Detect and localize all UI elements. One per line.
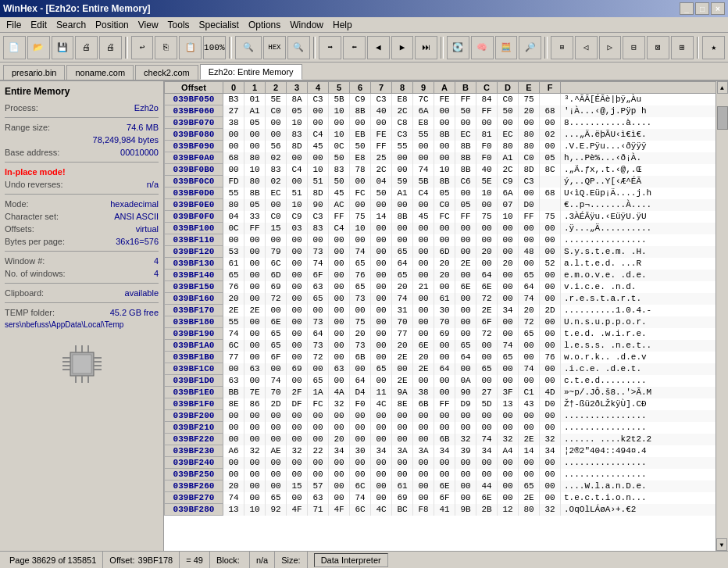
byte-cell[interactable]: 65 [371,363,392,375]
table-row[interactable]: 039BF0D0558BEC518D45FC50A1C40500106A0068… [165,188,728,199]
byte-cell[interactable]: 00 [329,305,350,316]
byte-cell[interactable]: 48 [519,246,540,258]
byte-cell[interactable]: A6 [223,445,244,457]
byte-cell[interactable]: 10 [498,211,519,223]
byte-cell[interactable]: 4F [329,504,350,516]
byte-cell[interactable]: 00 [540,422,561,434]
byte-cell[interactable]: 00 [223,410,244,422]
byte-cell[interactable]: 6E [413,340,434,352]
byte-cell[interactable]: 64 [476,270,498,281]
byte-cell[interactable]: 00 [455,316,476,328]
table-row[interactable]: 039BF1F08E862DDFFC32F04C8E6BFFD95D1343D0… [165,398,728,410]
byte-cell[interactable]: 00 [434,375,455,387]
byte-cell[interactable]: 72 [476,328,498,340]
byte-cell[interactable]: 8B [350,105,371,117]
byte-cell[interactable]: 68 [540,105,561,117]
byte-cell[interactable]: 0A [455,375,476,387]
byte-cell[interactable]: EC [498,129,519,141]
table-row[interactable]: 039BF0C0FD80020051500004595B8BC65EC9C3ý‚… [165,176,728,188]
byte-cell[interactable]: 6C [266,258,287,270]
byte-cell[interactable]: 00 [329,270,350,281]
byte-cell[interactable]: 6E [476,281,498,293]
byte-cell[interactable]: 2C [371,164,392,176]
byte-cell[interactable]: C3 [392,129,413,141]
byte-cell[interactable]: 69 [434,328,455,340]
tab-ezh2o[interactable]: Ezh2o: Entire Memory [200,64,302,80]
byte-cell[interactable]: 04 [223,211,244,223]
byte-cell[interactable]: 00 [329,410,350,422]
byte-cell[interactable]: 00 [498,223,519,234]
byte-cell[interactable]: 00 [287,492,308,504]
byte-cell[interactable]: 00 [455,363,476,375]
byte-cell[interactable]: 61 [223,258,244,270]
byte-cell[interactable]: 43 [519,398,540,410]
byte-cell[interactable]: 00 [413,457,434,469]
byte-cell[interactable]: 00 [287,152,308,164]
byte-cell[interactable]: 00 [244,328,266,340]
byte-cell[interactable]: 10 [308,164,329,176]
byte-cell[interactable]: 00 [371,410,392,422]
byte-cell[interactable]: 10 [434,164,455,176]
byte-cell[interactable]: D9 [455,398,476,410]
byte-cell[interactable]: 32 [540,434,561,445]
byte-cell[interactable]: 83 [287,129,308,141]
byte-cell[interactable]: 77 [392,328,413,340]
byte-cell[interactable]: 11 [371,387,392,398]
byte-cell[interactable]: 00 [392,199,413,211]
byte-cell[interactable]: 30 [434,305,455,316]
scrollbar[interactable]: ▲ ▼ [716,81,728,551]
byte-cell[interactable]: 74 [350,492,371,504]
byte-cell[interactable]: 2B [476,504,498,516]
byte-cell[interactable]: 20 [223,293,244,305]
byte-cell[interactable]: 00 [498,293,519,305]
byte-cell[interactable]: 32 [329,398,350,410]
byte-cell[interactable]: C3 [308,211,329,223]
byte-cell[interactable]: 90 [455,387,476,398]
byte-cell[interactable]: 45 [413,211,434,223]
table-row[interactable]: 039BF06027A1C00500108B402C6A0050FF502068… [165,105,728,117]
table-row[interactable]: 039BF21000000000000000000000000000000000… [165,422,728,434]
byte-cell[interactable]: 6B [350,352,371,363]
byte-cell[interactable]: 6F [434,492,455,504]
byte-cell[interactable]: 15 [266,223,287,234]
byte-cell[interactable]: 05 [540,152,561,164]
byte-cell[interactable]: 00 [476,422,498,434]
byte-cell[interactable]: C8 [392,117,413,129]
byte-cell[interactable]: 80 [223,199,244,211]
byte-cell[interactable]: 00 [476,469,498,480]
byte-cell[interactable]: 21 [413,281,434,293]
byte-cell[interactable]: 00 [329,422,350,434]
byte-cell[interactable]: 00 [287,410,308,422]
byte-cell[interactable]: 34 [434,445,455,457]
table-row[interactable]: 039BF2602000001557006C0061006E0044006500… [165,480,728,492]
byte-cell[interactable]: 2F [287,387,308,398]
calc-button[interactable]: 🧮 [495,36,518,59]
byte-cell[interactable]: 4C [371,398,392,410]
byte-cell[interactable]: FC [350,188,371,199]
byte-cell[interactable]: 92 [266,504,287,516]
minimize-button[interactable]: _ [680,2,694,15]
byte-cell[interactable]: 75 [476,211,498,223]
byte-cell[interactable]: 00 [329,246,350,258]
byte-cell[interactable]: 32 [287,445,308,457]
byte-cell[interactable]: 74 [223,328,244,340]
byte-cell[interactable]: 15 [287,480,308,492]
byte-cell[interactable]: 00 [329,492,350,504]
byte-cell[interactable]: 00 [413,410,434,422]
table-row[interactable]: 039BF1D063007400650064002E00000A00000000… [165,375,728,387]
tab-noname[interactable]: noname.com [66,65,134,80]
byte-cell[interactable]: 00 [223,141,244,152]
byte-cell[interactable]: C4 [413,188,434,199]
byte-cell[interactable]: 00 [329,117,350,129]
byte-cell[interactable]: 55 [413,129,434,141]
byte-cell[interactable]: 10 [287,199,308,211]
byte-cell[interactable]: 00 [350,117,371,129]
byte-cell[interactable]: F0 [350,398,371,410]
byte-cell[interactable]: 00 [413,480,434,492]
byte-cell[interactable]: 65 [392,270,413,281]
byte-cell[interactable]: FF [455,211,476,223]
byte-cell[interactable]: 00 [329,316,350,328]
byte-cell[interactable]: 00 [434,152,455,164]
byte-cell[interactable]: 74 [519,293,540,305]
byte-cell[interactable]: 6C [350,504,371,516]
